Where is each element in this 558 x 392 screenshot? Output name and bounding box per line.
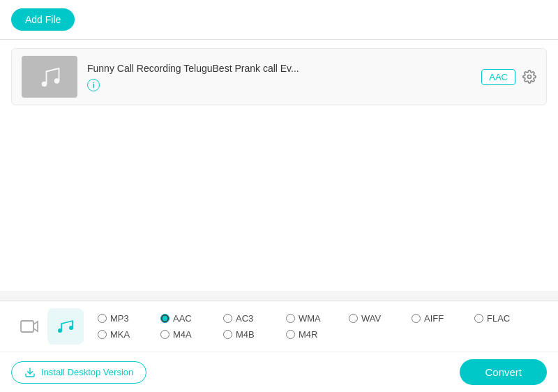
format-panel: MP3 AAC AC3 WMA WAV AIFF F [0,301,558,352]
add-file-button[interactable]: Add File [11,8,75,31]
format-m4a[interactable]: M4A [160,329,209,340]
format-flac[interactable]: FLAC [474,313,523,324]
file-info: Funny Call Recording TeluguBest Prank ca… [87,63,472,91]
format-badge-button[interactable]: AAC [481,69,515,85]
format-icons-group [11,308,84,345]
svg-point-4 [58,329,62,333]
gear-icon [522,70,536,84]
audio-icon [56,317,75,336]
svg-rect-3 [21,321,33,332]
svg-point-1 [54,78,60,84]
file-name: Funny Call Recording TeluguBest Prank ca… [87,63,472,74]
convert-button[interactable]: Convert [460,359,547,385]
svg-point-5 [69,326,73,330]
format-row-2: MKA M4A M4B M4R [98,329,547,340]
format-mp3[interactable]: MP3 [98,313,146,324]
format-aac[interactable]: AAC [160,313,209,324]
format-wav[interactable]: WAV [349,313,398,324]
top-bar: Add File [0,0,558,40]
file-item: Funny Call Recording TeluguBest Prank ca… [11,48,547,105]
footer-bar: Install Desktop Version Convert [0,352,558,392]
format-aiff[interactable]: AIFF [412,313,460,324]
video-tab[interactable] [11,308,47,345]
video-icon [20,317,39,336]
install-desktop-button[interactable]: Install Desktop Version [11,361,146,384]
file-actions: AAC [481,69,536,85]
file-thumbnail [22,56,77,98]
audio-tab[interactable] [47,308,84,345]
format-m4b[interactable]: M4B [223,329,272,340]
bottom-panel: MP3 AAC AC3 WMA WAV AIFF F [0,301,558,392]
svg-point-2 [528,75,531,79]
format-wma[interactable]: WMA [286,313,335,324]
format-mka[interactable]: MKA [98,329,146,340]
svg-point-0 [42,82,47,87]
download-icon [24,367,36,378]
music-icon [37,64,62,89]
format-ac3[interactable]: AC3 [223,313,272,324]
format-options: MP3 AAC AC3 WMA WAV AIFF F [98,313,547,340]
main-content: Funny Call Recording TeluguBest Prank ca… [0,40,558,291]
info-icon[interactable]: i [87,79,100,91]
format-row-1: MP3 AAC AC3 WMA WAV AIFF F [98,313,547,324]
format-m4r[interactable]: M4R [286,329,335,340]
settings-icon-button[interactable] [522,70,536,84]
